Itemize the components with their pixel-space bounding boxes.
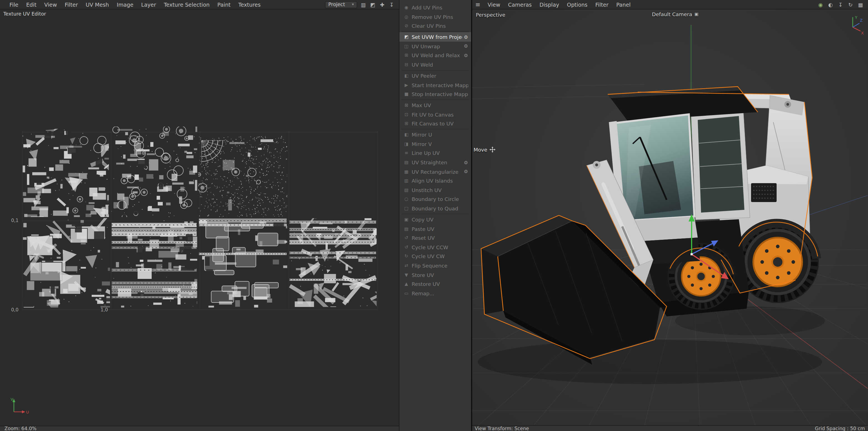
start-interactive-mapping-icon: ▶ [403, 82, 409, 88]
cmd-uv-rectangularize[interactable]: ▦UV Rectangularize⚙ [399, 167, 471, 176]
viewport-menu-view[interactable]: View [484, 1, 504, 7]
uv-island-block [199, 219, 300, 315]
set-uvw-from-projection-icon: ◩ [403, 34, 409, 39]
cmd-label: Set UVW from Projection [412, 34, 462, 40]
cmd-unstitch-uv[interactable]: ▧Unstitch UV [399, 186, 471, 195]
remove-uv-pins-icon: ◎ [403, 14, 409, 19]
menu-filter[interactable]: Filter [61, 1, 82, 7]
copy-uv-icon: ▣ [403, 217, 409, 222]
reload-icon[interactable]: ↻ [847, 0, 855, 9]
remap-icon: ▭ [403, 291, 409, 296]
camera-toggle-icon[interactable]: ▣ [694, 11, 699, 16]
cmd-reset-uv[interactable]: ↺Reset UV [399, 233, 471, 242]
cmd-flip-sequence[interactable]: ⇄Flip Sequence [399, 261, 471, 270]
reset-uv-icon: ↺ [403, 235, 409, 240]
boundary-to-circle-icon: ○ [403, 197, 409, 202]
cmd-line-up-uv[interactable]: ≡Line Up UV [399, 148, 471, 158]
render-view-icon[interactable]: ◉ [817, 0, 825, 9]
cmd-uv-unwrap[interactable]: ◫UV Unwrap⚙ [399, 42, 471, 51]
mirror-u-icon: ◧ [403, 132, 409, 137]
cmd-boundary-to-circle[interactable]: ○Boundary to Circle [399, 195, 471, 204]
cmd-uv-peeler[interactable]: ◧UV Peeler [399, 71, 471, 80]
cmd-boundary-to-quad[interactable]: □Boundary to Quad [399, 204, 471, 213]
add-uv-pins-icon: ◉ [403, 5, 409, 10]
cmd-set-uvw-from-projection[interactable]: ◩Set UVW from Projection⚙ [399, 32, 471, 42]
active-tool-label: Move [473, 146, 496, 153]
menu-layer[interactable]: Layer [137, 1, 160, 7]
pan-hand-icon[interactable]: ✚ [378, 0, 386, 9]
cmd-uv-weld[interactable]: ⊟UV Weld [399, 60, 471, 69]
menu-file[interactable]: File [5, 1, 22, 7]
viewport-menu-display[interactable]: Display [535, 1, 563, 7]
render-region-icon[interactable]: ◐ [827, 0, 834, 9]
uv-island-block [112, 126, 202, 223]
menu-image[interactable]: Image [113, 1, 137, 7]
layout-icon[interactable]: ▦ [857, 0, 864, 9]
cmd-label: UV Unwrap [412, 43, 462, 49]
cmd-label: UV Weld [412, 62, 468, 68]
fit-uv-to-canvas-icon: ⊡ [403, 112, 409, 117]
gear-icon[interactable]: ⚙ [464, 53, 468, 58]
uv-editor-menubar-right: Project ▾ ▥◩✚↧ [325, 0, 399, 9]
viewport-menu-icon[interactable]: ≡ [472, 1, 484, 8]
uv-weld-icon: ⊟ [403, 62, 409, 67]
uv-canvas[interactable]: Texture UV Editor 0,1 0,0 1,0 V U [0, 9, 399, 426]
cmd-label: Cycle UV CW [412, 254, 468, 260]
cmd-align-uv-islands[interactable]: ▥Align UV Islands [399, 176, 471, 186]
uv-label-1-0: 1,0 [100, 307, 108, 312]
cmd-remove-uv-pins[interactable]: ◎Remove UV Pins [399, 12, 471, 21]
zoom-level: Zoom: 64.0% [4, 426, 36, 431]
cmd-fit-uv-to-canvas[interactable]: ⊡Fit UV to Canvas [399, 110, 471, 119]
cmd-label: Copy UV [412, 217, 468, 223]
viewport-menu-panel[interactable]: Panel [613, 1, 635, 7]
cmd-label: Restore UV [412, 281, 468, 287]
cmd-mirror-u[interactable]: ◧Mirror U [399, 130, 471, 139]
cmd-copy-uv[interactable]: ▣Copy UV [399, 215, 471, 224]
cmd-mirror-v[interactable]: ◨Mirror V [399, 139, 471, 148]
uv-editor-toolbar-icons: ▥◩✚↧ [360, 0, 396, 9]
viewport-canvas[interactable]: Bobcat [472, 9, 868, 425]
viewport-menu-filter[interactable]: Filter [591, 1, 613, 7]
cmd-store-uv[interactable]: ▼Store UV [399, 270, 471, 279]
gizmo-y-label: Y [855, 15, 858, 20]
gear-icon[interactable]: ⚙ [464, 169, 468, 174]
menu-view[interactable]: View [40, 1, 61, 7]
menu-edit[interactable]: Edit [22, 1, 40, 7]
cmd-add-uv-pins[interactable]: ◉Add UV Pins [399, 3, 471, 12]
viewport-menu-cameras[interactable]: Cameras [504, 1, 535, 7]
histogram-icon[interactable]: ▥ [360, 0, 367, 9]
menu-texture-selection[interactable]: Texture Selection [160, 1, 214, 7]
gear-icon[interactable]: ⚙ [464, 34, 468, 40]
cmd-label: Max UV [412, 102, 468, 108]
cmd-uv-weld-and-relax[interactable]: ⊞UV Weld and Relax⚙ [399, 51, 471, 60]
projection-label: Perspective [476, 12, 505, 18]
cmd-cycle-uv-ccw[interactable]: ↺Cycle UV CCW [399, 242, 471, 252]
picture-viewer-icon[interactable]: ↧ [837, 0, 844, 9]
uv-island-block [197, 136, 288, 217]
menu-paint[interactable]: Paint [214, 1, 235, 7]
uv-label-0-1: 0,1 [11, 218, 19, 223]
menu-uv-mesh[interactable]: UV Mesh [82, 1, 113, 7]
cmd-restore-uv[interactable]: ▲Restore UV [399, 279, 471, 289]
cmd-cycle-uv-cw[interactable]: ↻Cycle UV CW [399, 252, 471, 261]
gear-icon[interactable]: ⚙ [464, 43, 468, 49]
3d-viewport-panel: ≡ ViewCamerasDisplayOptionsFilterPanel ◉… [471, 0, 868, 431]
dock-icon[interactable]: ↧ [388, 0, 396, 9]
cmd-max-uv[interactable]: ⊠Max UV [399, 101, 471, 110]
cmd-remap[interactable]: ▭Remap... [399, 289, 471, 298]
cmd-paste-uv[interactable]: ▤Paste UV [399, 224, 471, 233]
cmd-stop-interactive-mapping[interactable]: ■Stop Interactive Mapping [399, 90, 471, 99]
cmd-clear-uv-pins[interactable]: ⊘Clear UV Pins [399, 21, 471, 31]
lock-icon[interactable]: ◩ [369, 0, 377, 9]
cmd-label: UV Peeler [412, 73, 468, 79]
cmd-label: Unstitch UV [412, 187, 468, 193]
cmd-uv-straighten[interactable]: ▤UV Straighten⚙ [399, 158, 471, 167]
project-dropdown[interactable]: Project ▾ [325, 1, 357, 8]
viewport-menu-options[interactable]: Options [563, 1, 591, 7]
menu-textures[interactable]: Textures [235, 1, 265, 7]
gear-icon[interactable]: ⚙ [464, 160, 468, 165]
cmd-fit-canvas-to-uv[interactable]: ⊞Fit Canvas to UV [399, 119, 471, 128]
cmd-label: Fit Canvas to UV [412, 121, 468, 127]
uv-island-block [289, 216, 398, 313]
cmd-start-interactive-mapping[interactable]: ▶Start Interactive Mapping [399, 80, 471, 89]
